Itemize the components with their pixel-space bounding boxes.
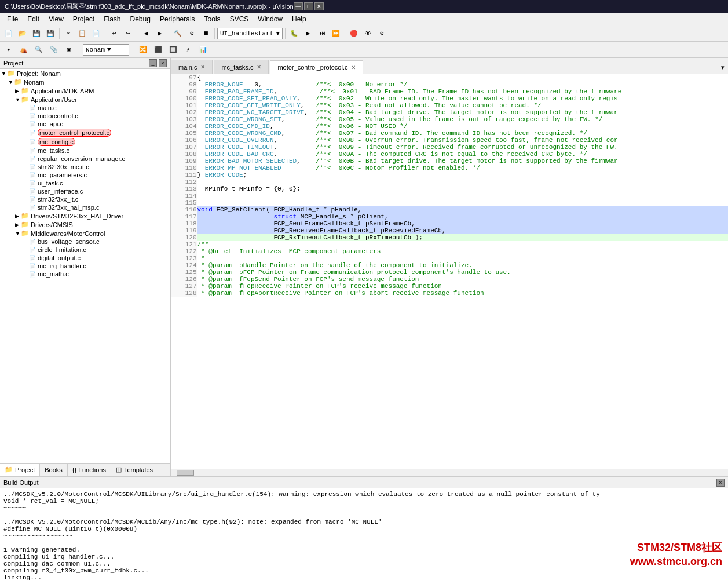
tree-mc-api-c[interactable]: 📄 mc_api.c xyxy=(0,120,170,128)
menu-project[interactable]: Project xyxy=(68,14,99,24)
tree-digital-output-c[interactable]: 📄 digital_output.c xyxy=(0,254,170,262)
tree-app-user[interactable]: ▼ 📁 Application/User xyxy=(0,95,170,104)
tree-motorcontrol-c[interactable]: 📄 motorcontrol.c xyxy=(0,112,170,120)
line-content-102[interactable]: ERROR_CODE_NO_TARGET_DRIVE, /**< 0x04 - … xyxy=(197,109,728,116)
project-dropdown[interactable]: Nonam ▼ xyxy=(83,44,129,56)
panel-minimize-btn[interactable]: _ xyxy=(149,59,157,67)
save-btn[interactable]: 💾 xyxy=(30,27,43,40)
line-content-121[interactable]: /** xyxy=(197,241,728,248)
tree-mc-params-c[interactable]: 📄 mc_parameters.c xyxy=(0,171,170,179)
menu-flash[interactable]: Flash xyxy=(99,14,125,24)
minimize-button[interactable]: — xyxy=(294,2,303,10)
line-content-125[interactable]: * @param pFCP Pointer on Frame communica… xyxy=(197,269,728,276)
line-content-127[interactable]: * @param fFcpReceive Pointer on FCP's re… xyxy=(197,283,728,290)
tb2-btn10[interactable]: 📊 xyxy=(197,43,210,56)
menu-view[interactable]: View xyxy=(44,14,68,24)
tree-root[interactable]: ▼ 📁 Project: Nonam xyxy=(0,69,170,78)
tree-mc-math-c[interactable]: 📄 mc_math.c xyxy=(0,270,170,278)
line-content-113[interactable]: MPInfo_t MPInfo = {0, 0}; xyxy=(197,185,728,192)
tb2-btn9[interactable]: ⚡ xyxy=(182,43,195,56)
tb2-btn4[interactable]: 📎 xyxy=(47,43,60,56)
line-content-112[interactable] xyxy=(197,178,728,185)
tb2-btn2[interactable]: ⛺ xyxy=(17,43,30,56)
tb2-btn7[interactable]: ⬛ xyxy=(152,43,164,56)
line-content-110[interactable]: ERROR_MP_NOT_ENABLED /**< 0x0C - Motor P… xyxy=(197,165,728,172)
line-content-109[interactable]: ERROR_BAD_MOTOR_SELECTED, /**< 0x0B - Ba… xyxy=(197,158,728,165)
code-content[interactable]: 97{98 ERROR_NONE = 0, /**< 0x00 - No err… xyxy=(171,74,728,469)
tb2-btn6[interactable]: 🔀 xyxy=(137,43,149,56)
open-btn[interactable]: 📂 xyxy=(16,27,29,40)
line-content-117[interactable]: struct MCP_Handle_s * pClient, xyxy=(197,213,728,220)
settings-btn[interactable]: ⚙ xyxy=(375,27,388,40)
stop-btn[interactable]: ⏹ xyxy=(199,27,212,40)
panel-close-btn[interactable]: × xyxy=(159,59,167,67)
tab-motor-control-protocol-c[interactable]: motor_control_protocol.c ✕ xyxy=(270,60,363,74)
menu-svcs[interactable]: SVCS xyxy=(225,14,254,24)
tab-motor-protocol-close[interactable]: ✕ xyxy=(351,64,356,71)
tree-app-mdk[interactable]: ▶ 📁 Application/MDK-ARM xyxy=(0,86,170,95)
line-content-99[interactable]: ERROR_BAD_FRAME_ID, /**< 0x01 - BAD Fram… xyxy=(197,88,728,95)
tree-motor-protocol-c[interactable]: 📄 motor_control_protocol.c xyxy=(0,128,170,137)
tree-stm32f3xx-hal-c[interactable]: 📄 stm32f3xx_hal_msp.c xyxy=(0,203,170,211)
tab-main-c[interactable]: main.c ✕ xyxy=(171,60,213,74)
line-content-120[interactable]: FCP_RxTimeoutCallback_t pRxTimeoutCb ); xyxy=(197,234,728,241)
tab-project[interactable]: 📁 Project xyxy=(0,464,40,476)
line-content-128[interactable]: * @param fFcpAbortReceive Pointer on FCP… xyxy=(197,290,728,297)
tree-circle-c[interactable]: 📄 circle_limitation.c xyxy=(0,246,170,254)
tab-books[interactable]: Books xyxy=(40,464,68,476)
close-button[interactable]: ✕ xyxy=(314,2,324,10)
tree-middlewares[interactable]: ▼ 📁 Middlewares/MotorControl xyxy=(0,229,170,238)
tree-user-interface-c[interactable]: 📄 user_interface.c xyxy=(0,187,170,195)
tree-regular-c[interactable]: 📄 regular_conversion_manager.c xyxy=(0,155,170,163)
line-content-114[interactable] xyxy=(197,192,728,199)
tree-bus-voltage-c[interactable]: 📄 bus_voltage_sensor.c xyxy=(0,238,170,246)
bp-btn[interactable]: 🔴 xyxy=(347,27,360,40)
copy-btn[interactable]: 📋 xyxy=(76,27,89,40)
target-dropdown[interactable]: UI_handlestart ▼ xyxy=(217,28,283,39)
line-content-107[interactable]: ERROR_CODE_TIMEOUT, /**< 0x09 - Timeout … xyxy=(197,144,728,151)
tree-main-c[interactable]: 📄 main.c xyxy=(0,104,170,112)
tb2-btn1[interactable]: ✦ xyxy=(2,43,15,56)
tab-mc-tasks-c[interactable]: mc_tasks.c ✕ xyxy=(214,60,269,74)
line-content-98[interactable]: ERROR_NONE = 0, /**< 0x00 - No error */ xyxy=(197,81,728,88)
tree-stm32f30x-mc-c[interactable]: 📄 stm32f30x_mc.it.c xyxy=(0,163,170,171)
nav-fwd-btn[interactable]: ▶ xyxy=(153,27,166,40)
tree-drivers-stm32[interactable]: ▶ 📁 Drivers/STM32F3xx_HAL_Driver xyxy=(0,211,170,220)
tree-mc-tasks-c[interactable]: 📄 mc_tasks.c xyxy=(0,147,170,155)
line-content-124[interactable]: * @param pHandle Pointer on the handle o… xyxy=(197,262,728,269)
build-all-btn[interactable]: ⚙ xyxy=(185,27,198,40)
build-panel-close-btn[interactable]: × xyxy=(716,479,725,487)
watch-btn[interactable]: 👁 xyxy=(361,27,374,40)
line-content-115[interactable] xyxy=(197,199,728,206)
tab-main-c-close[interactable]: ✕ xyxy=(200,64,205,70)
line-content-111[interactable]: } ERROR_CODE; xyxy=(197,172,728,178)
line-content-108[interactable]: ERROR_CODE_BAD_CRC, /**< 0x0A - The comp… xyxy=(197,151,728,158)
tb2-btn5[interactable]: ▣ xyxy=(63,43,75,56)
nav-back-btn[interactable]: ◀ xyxy=(140,27,152,40)
h-scrollbar-thumb[interactable] xyxy=(177,470,194,476)
line-content-105[interactable]: ERROR_CODE_WRONG_CMD, /**< 0x07 - Bad co… xyxy=(197,130,728,137)
menu-window[interactable]: Window xyxy=(253,14,287,24)
build-btn[interactable]: 🔨 xyxy=(171,27,184,40)
undo-btn[interactable]: ↩ xyxy=(108,27,120,40)
line-content-122[interactable]: * @brief Initializes MCP component param… xyxy=(197,248,728,255)
line-content-126[interactable]: * @param fFcpSend Pointer on FCP's send … xyxy=(197,276,728,283)
step-btn[interactable]: ⏭ xyxy=(316,27,328,40)
menu-edit[interactable]: Edit xyxy=(23,14,44,24)
tab-functions[interactable]: {} Functions xyxy=(68,464,111,476)
maximize-button[interactable]: □ xyxy=(304,2,313,10)
line-content-119[interactable]: FCP_ReceivedFrameCallback_t pReceviedFra… xyxy=(197,227,728,234)
menu-tools[interactable]: Tools xyxy=(200,14,225,24)
line-content-104[interactable]: ERROR_CODE_CMD_ID, /**< 0x06 - NOT USED … xyxy=(197,123,728,130)
menu-file[interactable]: File xyxy=(2,14,23,24)
paste-btn[interactable]: 📄 xyxy=(90,27,103,40)
line-content-106[interactable]: ERROR_CODE_OVERRUN, /**< 0x08 - Overrun … xyxy=(197,137,728,144)
tab-mc-tasks-close[interactable]: ✕ xyxy=(257,64,261,70)
tree-mc-irq-handler-c[interactable]: 📄 mc_irq_handler.c xyxy=(0,262,170,270)
debug-btn[interactable]: 🐛 xyxy=(288,27,301,40)
save-all-btn[interactable]: 💾 xyxy=(44,27,57,40)
cut-btn[interactable]: ✂ xyxy=(62,27,75,40)
tree-nonam[interactable]: ▼ 📁 Nonam xyxy=(0,78,170,86)
menu-debug[interactable]: Debug xyxy=(126,14,155,24)
tab-templates[interactable]: ◫ Templates xyxy=(111,464,158,476)
